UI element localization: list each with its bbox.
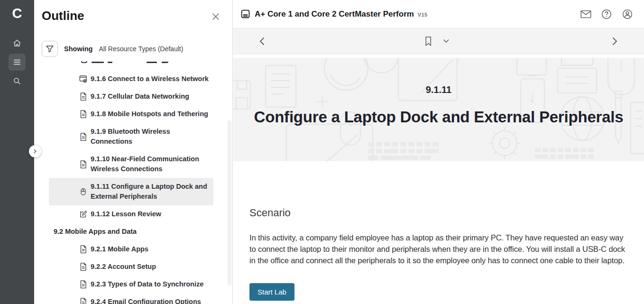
account-icon (622, 9, 633, 19)
mail-icon (580, 10, 591, 18)
lesson-main: A+ Core 1 and Core 2 CertMaster Perform … (233, 0, 644, 304)
messages-button[interactable] (580, 8, 592, 20)
lesson-hero-banner: 9.1.11 Configure a Laptop Dock and Exter… (233, 58, 644, 161)
document-icon (79, 110, 87, 119)
document-icon (79, 92, 87, 101)
document-icon (79, 280, 87, 289)
document-icon (79, 297, 87, 304)
help-icon (601, 9, 612, 19)
outline-item[interactable]: 9.1.6 Connect to a Wireless Network (49, 70, 213, 88)
document-icon (79, 262, 87, 271)
outline-menu-button[interactable] (9, 54, 26, 71)
document-icon (79, 132, 87, 141)
scenario-body: In this activity, a company field employ… (249, 232, 625, 266)
outline-scrollbar-track[interactable] (228, 120, 231, 286)
chevron-down-icon (443, 39, 449, 43)
edit-icon (79, 210, 87, 219)
outline-item[interactable]: 9.2.1 Mobile Apps (49, 240, 213, 258)
outline-item[interactable]: 9.2.2 Account Setup (49, 258, 213, 276)
outline-item[interactable]: 9.1.7 Cellular Data Networking (49, 88, 213, 105)
outline-item[interactable]: 9.2.3 Types of Data to Synchronize (49, 276, 213, 293)
lesson-number: 9.1.11 (233, 84, 644, 95)
outline-item[interactable]: 9.2.4 Email Configuration Options (49, 293, 213, 304)
course-title: A+ Core 1 and Core 2 CertMaster Perform (255, 9, 414, 19)
bookmark-button[interactable] (424, 36, 432, 46)
close-icon (212, 12, 222, 21)
course-header: A+ Core 1 and Core 2 CertMaster Perform … (233, 0, 644, 28)
document-icon (79, 245, 87, 254)
mouse-icon (79, 187, 87, 196)
filter-showing-label: Showing (64, 45, 92, 53)
course-book-icon (241, 9, 250, 18)
brand-logo[interactable]: C (0, 0, 34, 27)
home-button[interactable] (9, 35, 26, 52)
outline-item[interactable]: 9.1.10 Near-Field Communication Wireless… (49, 150, 213, 178)
lab-window-gear-icon (79, 74, 87, 83)
course-version-badge: V15 (418, 10, 428, 18)
filter-value: All Resource Types (Default) (99, 45, 183, 53)
menu-icon (13, 58, 21, 66)
outline-item-clipped[interactable] (49, 60, 213, 64)
outline-title: Outline (42, 8, 84, 24)
filter-button[interactable] (42, 41, 58, 57)
filter-funnel-icon (46, 45, 54, 53)
outline-item[interactable]: 9.1.12 Lesson Review (49, 205, 213, 223)
scenario-heading: Scenario (249, 207, 625, 219)
outline-close-button[interactable] (212, 11, 222, 22)
search-icon (12, 76, 22, 86)
outline-item[interactable]: 9.1.9 Bluetooth Wireless Connections (49, 123, 213, 150)
panel-expand-button[interactable] (29, 145, 41, 157)
start-lab-button[interactable]: Start Lab (249, 283, 294, 301)
lesson-pager-toolbar (233, 28, 644, 54)
account-button[interactable] (621, 8, 634, 20)
next-lesson-button[interactable] (608, 35, 621, 48)
chevron-left-icon (259, 37, 265, 46)
bookmark-menu-button[interactable] (443, 39, 449, 43)
home-icon (12, 38, 22, 48)
outline-panel: Outline Showing All Resource Types (Defa… (34, 0, 233, 304)
search-button[interactable] (9, 73, 26, 90)
chevron-right-icon (33, 149, 37, 154)
outline-list: 9.1.6 Connect to a Wireless Network 9.1.… (34, 60, 232, 283)
chevron-right-icon (612, 37, 617, 46)
document-icon (79, 160, 87, 169)
outline-item[interactable]: 9.1.8 Mobile Hotspots and Tethering (49, 105, 213, 123)
outline-section-header[interactable]: 9.2 Mobile Apps and Data (49, 223, 213, 240)
previous-lesson-button[interactable] (255, 35, 268, 48)
help-button[interactable] (600, 8, 613, 20)
bookmark-icon (424, 36, 432, 46)
scenario-section: Scenario In this activity, a company fie… (233, 161, 644, 301)
lesson-title: Configure a Laptop Dock and External Per… (233, 108, 644, 126)
outline-item-selected[interactable]: 9.1.11 Configure a Laptop Dock and Exter… (49, 178, 213, 205)
